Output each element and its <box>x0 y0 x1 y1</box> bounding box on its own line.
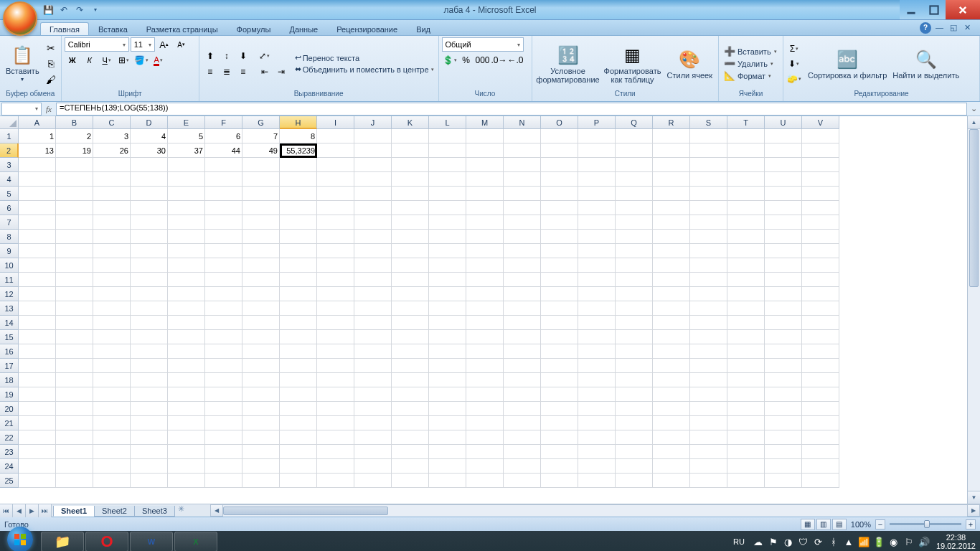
cell[interactable] <box>653 445 690 459</box>
cell[interactable] <box>392 187 429 201</box>
cell[interactable] <box>765 187 802 201</box>
cell[interactable] <box>317 258 354 273</box>
cell[interactable] <box>19 158 56 172</box>
cell[interactable] <box>616 416 653 430</box>
cell[interactable] <box>131 215 168 230</box>
column-header[interactable]: Q <box>616 116 653 129</box>
cell[interactable] <box>727 301 765 316</box>
cell[interactable] <box>392 459 429 474</box>
cell[interactable] <box>541 215 578 230</box>
scroll-up-icon[interactable]: ▲ <box>968 116 980 129</box>
cell[interactable] <box>93 201 131 215</box>
cell[interactable] <box>765 344 802 359</box>
page-break-view-icon[interactable]: ▤ <box>832 519 847 530</box>
cell[interactable] <box>578 230 616 244</box>
cell[interactable] <box>317 330 354 344</box>
cell[interactable] <box>93 301 131 316</box>
cell[interactable] <box>354 344 392 359</box>
cell[interactable]: 49 <box>242 143 280 158</box>
align-right-icon[interactable]: ≡ <box>235 65 251 79</box>
cell[interactable] <box>429 143 466 158</box>
cell[interactable] <box>466 344 504 359</box>
cell[interactable] <box>541 129 578 143</box>
cell[interactable] <box>504 474 541 488</box>
cell[interactable]: 5 <box>168 129 205 143</box>
cell[interactable] <box>354 273 392 287</box>
cell[interactable] <box>280 187 317 201</box>
cell[interactable] <box>280 230 317 244</box>
cell[interactable] <box>765 459 802 474</box>
row-header[interactable]: 20 <box>0 402 19 416</box>
format-painter-icon[interactable]: 🖌 <box>44 72 58 87</box>
cell[interactable] <box>317 301 354 316</box>
cell[interactable] <box>354 287 392 301</box>
cell[interactable] <box>93 187 131 201</box>
cell[interactable] <box>802 273 839 287</box>
cell[interactable] <box>205 344 242 359</box>
cell[interactable] <box>280 301 317 316</box>
cell[interactable] <box>168 330 205 344</box>
cell[interactable] <box>93 287 131 301</box>
cell[interactable] <box>242 201 280 215</box>
cell[interactable]: 55,3239 <box>280 143 317 158</box>
cell[interactable] <box>466 316 504 330</box>
cell[interactable] <box>578 287 616 301</box>
cell[interactable] <box>429 373 466 387</box>
cell[interactable] <box>653 244 690 258</box>
cell[interactable] <box>541 172 578 187</box>
cell[interactable] <box>19 187 56 201</box>
cell[interactable] <box>168 301 205 316</box>
cell[interactable] <box>131 402 168 416</box>
cell[interactable] <box>616 459 653 474</box>
cell[interactable] <box>317 158 354 172</box>
cell[interactable] <box>541 230 578 244</box>
redo-icon[interactable]: ↷ <box>73 4 86 17</box>
increase-decimal-icon[interactable]: .0→ <box>491 53 507 67</box>
cell[interactable] <box>429 402 466 416</box>
increase-indent-icon[interactable]: ⇥ <box>273 65 289 79</box>
cell[interactable] <box>802 143 839 158</box>
cell[interactable] <box>541 330 578 344</box>
cell[interactable] <box>205 430 242 445</box>
cell[interactable] <box>242 416 280 430</box>
cell[interactable] <box>578 416 616 430</box>
cell[interactable] <box>802 430 839 445</box>
cell[interactable] <box>466 359 504 373</box>
row-header[interactable]: 19 <box>0 387 19 402</box>
cell[interactable] <box>578 172 616 187</box>
column-header[interactable]: H <box>280 116 317 129</box>
cell[interactable] <box>690 129 727 143</box>
cell[interactable] <box>317 344 354 359</box>
cell[interactable] <box>317 445 354 459</box>
cell[interactable] <box>765 330 802 344</box>
cell[interactable] <box>727 273 765 287</box>
bold-icon[interactable]: Ж <box>65 53 80 67</box>
row-header[interactable]: 17 <box>0 359 19 373</box>
cell[interactable] <box>690 474 727 488</box>
cell[interactable] <box>19 230 56 244</box>
cell[interactable] <box>727 172 765 187</box>
cell[interactable] <box>578 129 616 143</box>
cell[interactable]: 1 <box>19 129 56 143</box>
prev-sheet-icon[interactable]: ◀ <box>13 504 26 517</box>
office-button[interactable] <box>3 1 37 36</box>
cell[interactable] <box>317 172 354 187</box>
cell[interactable] <box>504 416 541 430</box>
cell[interactable] <box>280 316 317 330</box>
language-indicator[interactable]: RU <box>733 537 745 546</box>
cell[interactable] <box>690 230 727 244</box>
cell[interactable] <box>317 287 354 301</box>
cell[interactable] <box>19 402 56 416</box>
cell[interactable] <box>280 474 317 488</box>
cell[interactable] <box>131 344 168 359</box>
cell[interactable] <box>802 474 839 488</box>
cell[interactable] <box>56 416 93 430</box>
tray-network-icon[interactable]: 📶 <box>858 536 870 547</box>
cell[interactable] <box>56 215 93 230</box>
cell[interactable] <box>429 359 466 373</box>
row-header[interactable]: 11 <box>0 273 19 287</box>
cell[interactable] <box>56 359 93 373</box>
tray-icon-1[interactable]: ☁ <box>753 536 764 547</box>
cell[interactable] <box>354 330 392 344</box>
cell[interactable] <box>616 387 653 402</box>
